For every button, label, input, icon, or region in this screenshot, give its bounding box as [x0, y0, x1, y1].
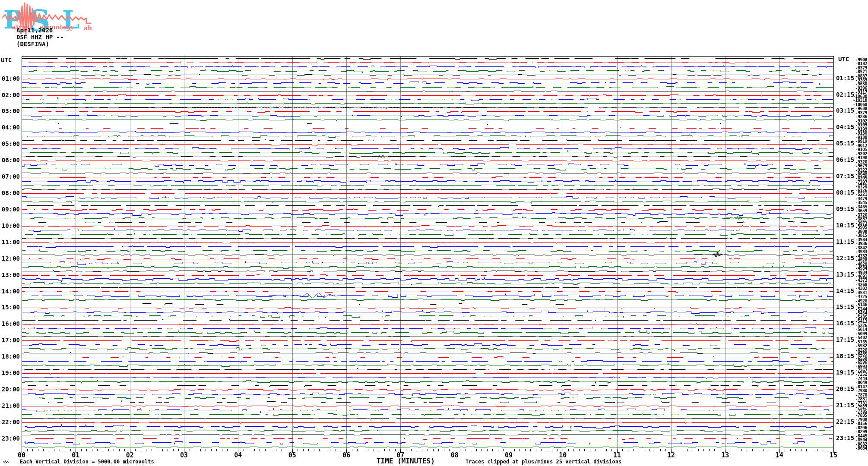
left-time-label: 12:00	[0, 255, 20, 262]
header-location: (DESFINA)	[16, 41, 49, 47]
x-axis-label: 01	[66, 451, 85, 459]
left-time-label: 17:00	[0, 337, 20, 343]
tiny-squiggle-icon	[3, 459, 10, 464]
x-axis-label: 09	[499, 451, 518, 459]
left-time-label: 06:00	[0, 157, 20, 164]
clip-note: Traces clipped at plus/minus 25 vertical…	[466, 459, 621, 465]
left-time-label: 01:00	[0, 76, 20, 82]
left-time-label: 18:00	[0, 353, 20, 360]
x-axis-label: 12	[662, 451, 681, 459]
left-time-label: 03:00	[0, 108, 20, 114]
left-time-label: 02:00	[0, 92, 20, 98]
left-time-label: 10:00	[0, 223, 20, 229]
left-time-label: 16:00	[0, 321, 20, 327]
helicorder-page: P S L atras eismology ab Apr11,2026DSF H…	[0, 0, 868, 466]
x-axis-label: 08	[445, 451, 464, 459]
x-axis-label: 02	[120, 451, 139, 459]
left-time-label: 23:00	[0, 435, 20, 442]
utc-label-left: UTC	[1, 57, 12, 63]
left-time-label: 11:00	[0, 239, 20, 246]
x-axis-label: 10	[553, 451, 572, 459]
seismogram-plot-canvas[interactable]	[0, 0, 868, 466]
header-date: Apr11,2026	[16, 27, 53, 34]
left-time-label: 15:00	[0, 304, 20, 311]
x-axis-title: TIME (MINUTES)	[377, 457, 435, 465]
x-axis-label: 03	[174, 451, 193, 459]
left-time-label: 14:00	[0, 288, 20, 295]
x-axis-label: 05	[283, 451, 302, 459]
left-time-label: 19:00	[0, 370, 20, 376]
vertical-scale-note: Each Vertical Division = 5000.00 microvo…	[20, 459, 154, 465]
header-station: DSF HHZ HP --	[16, 34, 64, 41]
trace-end-value: -8684	[848, 446, 867, 450]
utc-label-right: UTC	[838, 56, 849, 63]
left-time-label: 22:00	[0, 419, 20, 425]
left-time-label: 09:00	[0, 206, 20, 213]
left-time-label: 21:00	[0, 403, 20, 409]
logo-word-ab: ab	[84, 25, 92, 31]
left-time-label: 07:00	[0, 173, 20, 180]
x-axis-label: 06	[337, 451, 356, 459]
left-time-label: 05:00	[0, 141, 20, 147]
x-axis-label: 11	[608, 451, 627, 459]
left-time-label: 13:00	[0, 272, 20, 278]
left-time-label: 08:00	[0, 190, 20, 196]
x-axis-label: 13	[716, 451, 735, 459]
plot-header: Apr11,2026DSF HHZ HP --(DESFINA)	[16, 27, 64, 47]
x-axis-label: 14	[770, 451, 789, 459]
x-axis-label: 04	[228, 451, 247, 459]
x-axis-label: 00	[12, 451, 31, 459]
x-axis-label: 15	[824, 451, 843, 459]
left-time-label: 04:00	[0, 124, 20, 131]
left-time-label: 20:00	[0, 386, 20, 393]
